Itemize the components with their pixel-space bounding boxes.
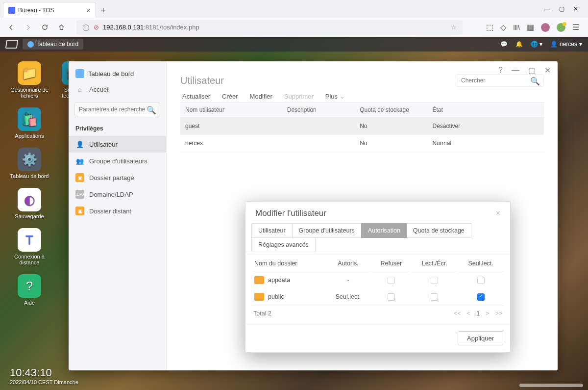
create-button[interactable]: Créer bbox=[222, 93, 238, 100]
ro-checkbox[interactable] bbox=[477, 293, 485, 301]
desktop-icon-help[interactable]: ?Aide bbox=[10, 274, 49, 306]
account-avatar-icon[interactable] bbox=[541, 23, 550, 32]
extensions-icon[interactable]: ▦ bbox=[527, 23, 534, 32]
pocket-icon[interactable]: ◇ bbox=[500, 23, 506, 32]
star-icon[interactable]: ☆ bbox=[451, 24, 457, 31]
window-close-icon[interactable]: ✕ bbox=[544, 66, 551, 75]
users-table: Nom utilisateur Description Quota de sto… bbox=[180, 102, 544, 152]
clock-date: 2022/04/10 CEST Dimanche bbox=[10, 379, 78, 385]
rw-checkbox[interactable] bbox=[431, 293, 438, 301]
globe-icon[interactable]: 🌐 ▾ bbox=[531, 41, 542, 48]
apply-button[interactable]: Appliquer bbox=[458, 331, 503, 345]
url-path: :8181/tos/index.php bbox=[144, 24, 199, 31]
pager-current: 1 bbox=[476, 310, 480, 317]
menu-icon[interactable]: ☰ bbox=[572, 23, 579, 32]
th-state[interactable]: État bbox=[428, 103, 544, 118]
table-row[interactable]: nerces No Normal bbox=[180, 135, 544, 152]
refresh-button[interactable]: Actualiser bbox=[182, 93, 210, 100]
desktop-icon-remote[interactable]: TConnexion à distance bbox=[10, 228, 49, 265]
pager-next[interactable]: > bbox=[486, 310, 489, 317]
delete-button: Supprimer bbox=[284, 93, 314, 100]
user-menu[interactable]: 👤 nerces ▾ bbox=[550, 41, 582, 48]
extension2-icon[interactable] bbox=[557, 23, 565, 32]
cell-desc bbox=[282, 118, 355, 135]
window-close-icon[interactable]: ✕ bbox=[573, 5, 578, 12]
new-tab-button[interactable]: + bbox=[96, 3, 111, 18]
dashboard-icon bbox=[75, 69, 84, 78]
tos-logo-icon[interactable] bbox=[5, 40, 19, 49]
help-icon[interactable]: ? bbox=[498, 66, 503, 75]
edit-button[interactable]: Modifier bbox=[250, 93, 272, 100]
refuse-checkbox[interactable] bbox=[388, 293, 395, 301]
window-minimize-icon[interactable]: — bbox=[544, 5, 550, 12]
sidebar-group-privileges: Privilèges bbox=[69, 121, 166, 136]
autoris-value: Seul.lect. bbox=[336, 293, 361, 300]
table-row[interactable]: guest No Désactiver bbox=[180, 118, 544, 135]
sidebar-item-ldap[interactable]: LDAP Domaine/LDAP bbox=[69, 186, 166, 203]
desktop-icon-backup[interactable]: ◐Sauvegarde bbox=[10, 188, 49, 219]
folder-name: appdata bbox=[268, 277, 290, 284]
home-button[interactable] bbox=[55, 21, 68, 34]
more-button[interactable]: Plus ⌄ bbox=[325, 93, 345, 100]
cell-quota: No bbox=[355, 118, 427, 135]
tab-quota[interactable]: Quota de stockage bbox=[407, 223, 471, 238]
sidebar-item-label: Accueil bbox=[89, 86, 110, 93]
reload-button[interactable] bbox=[38, 21, 51, 34]
group-icon: 👥 bbox=[75, 156, 84, 165]
topbar-dashboard-button[interactable]: Tableau de bord bbox=[23, 39, 83, 50]
chevron-down-icon: ▾ bbox=[579, 41, 582, 48]
close-icon[interactable]: × bbox=[496, 209, 500, 218]
browser-tab[interactable]: Bureau - TOS × bbox=[3, 2, 96, 18]
bell-icon[interactable]: 🔔 bbox=[515, 41, 523, 48]
desktop-icon-apps[interactable]: 🛍️Applications bbox=[10, 107, 49, 139]
forward-button[interactable] bbox=[22, 21, 34, 34]
address-bar: ◯ ⊘ 192.168.0.131:8181/tos/index.php ☆ ⬚… bbox=[0, 18, 588, 37]
sidebar-item-remote-folder[interactable]: ▣ Dossier distant bbox=[69, 203, 166, 219]
th-name[interactable]: Nom utilisateur bbox=[180, 103, 282, 118]
th-quota[interactable]: Quota de stockage bbox=[355, 103, 427, 118]
rw-checkbox[interactable] bbox=[431, 277, 438, 284]
scrollbar-thumb[interactable] bbox=[519, 384, 583, 387]
tab-bar: Bureau - TOS × + — ▢ ✕ bbox=[0, 0, 588, 18]
cell-state: Désactiver bbox=[428, 118, 544, 135]
ro-checkbox[interactable] bbox=[477, 277, 485, 284]
back-button[interactable] bbox=[5, 21, 18, 34]
tab-authorization[interactable]: Autorisation bbox=[361, 223, 407, 238]
sidebar-item-label: Domaine/LDAP bbox=[89, 191, 133, 198]
tab-advanced[interactable]: Réglages avancés bbox=[251, 237, 316, 252]
sidebar-item-user[interactable]: 👤 Utilisateur bbox=[69, 136, 166, 153]
close-icon[interactable]: × bbox=[87, 6, 91, 14]
th-desc[interactable]: Description bbox=[282, 103, 355, 118]
sidebar-item-shared-folder[interactable]: ▣ Dossier partagé bbox=[69, 169, 166, 186]
pager-last[interactable]: >> bbox=[495, 310, 502, 317]
folder-icon bbox=[254, 276, 264, 284]
chat-icon[interactable]: 💬 bbox=[500, 41, 508, 48]
remote-folder-icon: ▣ bbox=[75, 207, 84, 215]
help-icon: ? bbox=[18, 274, 41, 298]
user-icon: 👤 bbox=[550, 41, 558, 48]
clock-time: 10:43:10 bbox=[10, 366, 78, 379]
window-maximize-icon[interactable]: ▢ bbox=[559, 5, 564, 12]
user-name: nerces bbox=[560, 41, 577, 48]
window-minimize-icon[interactable]: — bbox=[512, 66, 519, 75]
desktop-icon-files[interactable]: 📁Gestionnaire de fichiers bbox=[10, 61, 49, 99]
modal-tabs: Utilisateur Groupe d'utilisateurs Autori… bbox=[245, 223, 510, 252]
tos-topbar: Tableau de bord 💬 🔔 🌐 ▾ 👤 nerces ▾ bbox=[0, 37, 588, 52]
tab-group[interactable]: Groupe d'utilisateurs bbox=[292, 223, 362, 238]
topbar-dashboard-label: Tableau de bord bbox=[36, 41, 78, 48]
refuse-checkbox[interactable] bbox=[388, 277, 395, 284]
window-maximize-icon[interactable]: ▢ bbox=[528, 66, 536, 75]
desktop-icon-dashboard[interactable]: ⚙️Tableau de bord bbox=[10, 148, 49, 179]
pager-first[interactable]: << bbox=[454, 310, 461, 317]
library-icon[interactable] bbox=[513, 24, 520, 31]
pager-prev[interactable]: < bbox=[467, 310, 470, 317]
save-to-pocket-icon[interactable]: ⬚ bbox=[486, 23, 493, 32]
lock-icon: ⊘ bbox=[94, 24, 99, 31]
url-input[interactable]: ◯ ⊘ 192.168.0.131:8181/tos/index.php ☆ bbox=[76, 20, 463, 35]
search-icon[interactable]: 🔍 bbox=[147, 105, 156, 115]
sidebar-item-group[interactable]: 👥 Groupe d'utilisateurs bbox=[69, 153, 166, 169]
shared-folder-icon: ▣ bbox=[75, 173, 84, 182]
tab-user[interactable]: Utilisateur bbox=[251, 223, 293, 238]
sidebar-item-home[interactable]: ⌂ Accueil bbox=[69, 81, 166, 98]
edit-user-modal: Modifier l'utilisateur × Utilisateur Gro… bbox=[245, 201, 511, 353]
